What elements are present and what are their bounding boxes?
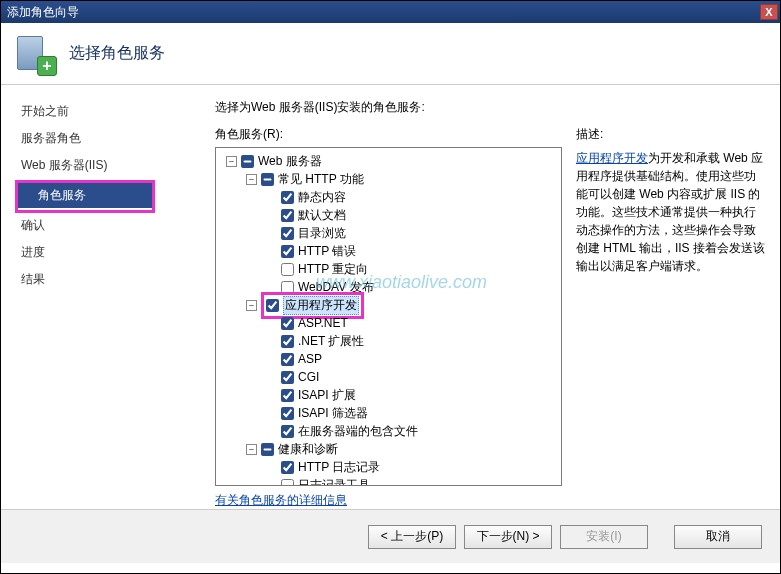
window-title: 添加角色向导 (7, 4, 760, 21)
tree-checkbox[interactable] (281, 425, 294, 438)
tree-node[interactable]: −应用程序开发 (218, 296, 559, 314)
description-link[interactable]: 应用程序开发 (576, 151, 648, 165)
tree-checkbox[interactable] (241, 155, 254, 168)
sidebar-step-role-services[interactable]: 角色服务 (18, 183, 152, 208)
next-button[interactable]: 下一步(N) > (464, 525, 552, 549)
tree-node-label[interactable]: HTTP 重定向 (298, 261, 368, 278)
cancel-button[interactable]: 取消 (674, 525, 762, 549)
tree-node[interactable]: 目录浏览 (218, 224, 559, 242)
tree-node-label[interactable]: 目录浏览 (298, 225, 346, 242)
tree-node[interactable]: ISAPI 筛选器 (218, 404, 559, 422)
page-title: 选择角色服务 (69, 43, 165, 64)
tree-node-label[interactable]: 在服务器端的包含文件 (298, 423, 418, 440)
tree-node[interactable]: HTTP 日志记录 (218, 458, 559, 476)
tree-node-label[interactable]: Web 服务器 (258, 153, 322, 170)
tree-checkbox[interactable] (281, 263, 294, 276)
tree-node-label[interactable]: .NET 扩展性 (298, 333, 364, 350)
tree-node-label[interactable]: 日志记录工具 (298, 477, 370, 487)
sidebar-step-iis[interactable]: Web 服务器(IIS) (15, 153, 201, 178)
wizard-footer: < 上一步(P) 下一步(N) > 安装(I) 取消 (1, 509, 780, 563)
tree-node-label[interactable]: 常见 HTTP 功能 (278, 171, 364, 188)
tree-node[interactable]: 在服务器端的包含文件 (218, 422, 559, 440)
more-info-link[interactable]: 有关角色服务的详细信息 (215, 493, 347, 507)
tree-node-label[interactable]: ASP.NET (298, 316, 348, 330)
sidebar-step-progress[interactable]: 进度 (15, 240, 201, 265)
tree-checkbox[interactable] (281, 191, 294, 204)
install-button: 安装(I) (560, 525, 648, 549)
tree-checkbox[interactable] (261, 443, 274, 456)
description-heading: 描述: (576, 126, 766, 143)
tree-node[interactable]: −Web 服务器 (218, 152, 559, 170)
highlight-sidebar: 角色服务 (15, 180, 155, 213)
titlebar: 添加角色向导 X (1, 1, 780, 23)
expander-icon[interactable]: − (246, 300, 257, 311)
tree-node[interactable]: 静态内容 (218, 188, 559, 206)
tree-checkbox[interactable] (281, 407, 294, 420)
tree-checkbox[interactable] (281, 317, 294, 330)
tree-checkbox[interactable] (281, 479, 294, 487)
tree-node[interactable]: −常见 HTTP 功能 (218, 170, 559, 188)
plus-icon: + (37, 56, 57, 76)
tree-node-label[interactable]: ISAPI 筛选器 (298, 405, 368, 422)
highlight-tree-node: 应用程序开发 (261, 292, 364, 319)
wizard-body: 开始之前 服务器角色 Web 服务器(IIS) 角色服务 确认 进度 结果 选择… (1, 85, 780, 509)
tree-node-label[interactable]: CGI (298, 370, 319, 384)
tree-checkbox[interactable] (281, 209, 294, 222)
tree-node-label[interactable]: 静态内容 (298, 189, 346, 206)
sidebar-step-results[interactable]: 结果 (15, 267, 201, 292)
sidebar: 开始之前 服务器角色 Web 服务器(IIS) 角色服务 确认 进度 结果 (1, 85, 201, 509)
tree-node[interactable]: CGI (218, 368, 559, 386)
sidebar-step-confirm[interactable]: 确认 (15, 213, 201, 238)
wizard-header: + 选择角色服务 (1, 23, 780, 85)
tree-node[interactable]: HTTP 重定向 (218, 260, 559, 278)
tree-checkbox[interactable] (281, 335, 294, 348)
expander-icon[interactable]: − (226, 156, 237, 167)
description-panel: 描述: 应用程序开发为开发和承载 Web 应用程序提供基础结构。使用这些功能可以… (576, 126, 766, 509)
tree-node-label[interactable]: HTTP 日志记录 (298, 459, 380, 476)
tree-node-label[interactable]: 应用程序开发 (283, 296, 359, 315)
tree-node[interactable]: 日志记录工具 (218, 476, 559, 486)
expander-icon[interactable]: − (246, 174, 257, 185)
tree-checkbox[interactable] (281, 227, 294, 240)
tree-node-label[interactable]: HTTP 错误 (298, 243, 356, 260)
tree-label: 角色服务(R): (215, 126, 562, 143)
description-text: 应用程序开发为开发和承载 Web 应用程序提供基础结构。使用这些功能可以创建 W… (576, 149, 766, 275)
expander-icon[interactable]: − (246, 444, 257, 455)
tree-checkbox[interactable] (281, 461, 294, 474)
tree-checkbox[interactable] (281, 371, 294, 384)
tree-checkbox[interactable] (281, 245, 294, 258)
tree-node[interactable]: 默认文档 (218, 206, 559, 224)
tree-node[interactable]: ASP (218, 350, 559, 368)
wizard-icon: + (15, 34, 55, 74)
tree-node-label[interactable]: ISAPI 扩展 (298, 387, 356, 404)
sidebar-step-before[interactable]: 开始之前 (15, 99, 201, 124)
sidebar-step-server-roles[interactable]: 服务器角色 (15, 126, 201, 151)
tree-node[interactable]: .NET 扩展性 (218, 332, 559, 350)
tree-node-label[interactable]: 默认文档 (298, 207, 346, 224)
close-icon: X (765, 6, 772, 18)
tree-checkbox[interactable] (281, 389, 294, 402)
tree-checkbox[interactable] (261, 173, 274, 186)
tree-node[interactable]: ISAPI 扩展 (218, 386, 559, 404)
tree-node[interactable]: −健康和诊断 (218, 440, 559, 458)
tree-node-label[interactable]: 健康和诊断 (278, 441, 338, 458)
prompt-text: 选择为Web 服务器(IIS)安装的角色服务: (215, 99, 766, 116)
tree-node[interactable]: HTTP 错误 (218, 242, 559, 260)
close-button[interactable]: X (760, 4, 778, 20)
main-panel: 选择为Web 服务器(IIS)安装的角色服务: 角色服务(R): www.xia… (201, 85, 780, 509)
tree-checkbox[interactable] (266, 299, 279, 312)
tree-checkbox[interactable] (281, 353, 294, 366)
prev-button[interactable]: < 上一步(P) (368, 525, 456, 549)
tree-node-label[interactable]: ASP (298, 352, 322, 366)
role-services-tree[interactable]: www.xiaotiaolive.com −Web 服务器−常见 HTTP 功能… (215, 147, 562, 486)
